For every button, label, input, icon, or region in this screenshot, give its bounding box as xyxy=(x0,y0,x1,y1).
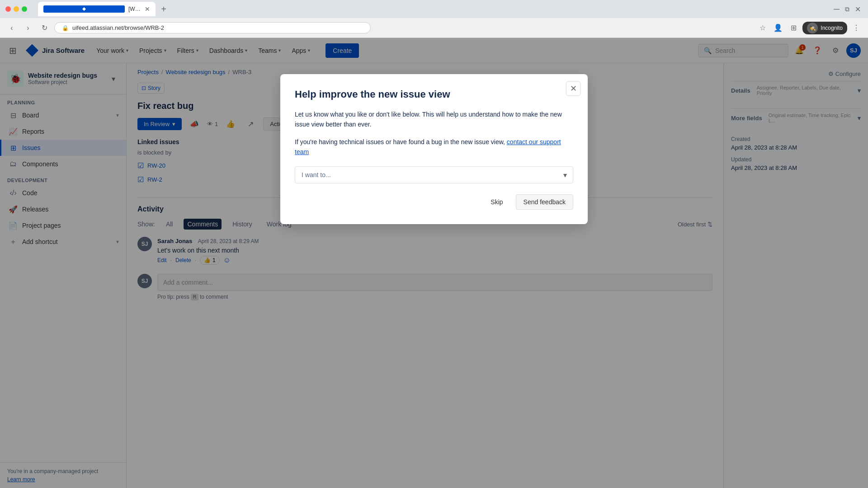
ssl-lock-icon: 🔒 xyxy=(62,25,69,31)
address-text: uifeed.atlassian.net/browse/WRB-2 xyxy=(72,24,164,31)
tab-title: [WRB-2] Fix react bug - Jira xyxy=(128,6,141,12)
browser-forward-btn[interactable]: › xyxy=(22,22,34,34)
window-close-icon[interactable]: ✕ xyxy=(853,3,863,15)
tab-favicon xyxy=(43,5,125,13)
browser-bookmark-icon[interactable]: ☆ xyxy=(756,22,769,34)
incognito-icon: 🕵 xyxy=(807,23,818,33)
feedback-dropdown[interactable]: I want to... xyxy=(295,166,573,183)
close-icon: ✕ xyxy=(570,84,577,94)
new-tab-btn[interactable]: + xyxy=(156,2,171,16)
window-close-btn[interactable] xyxy=(5,6,11,12)
browser-toolbar: ‹ › ↻ 🔒 uifeed.atlassian.net/browse/WRB-… xyxy=(0,18,868,38)
modal-technical-text: If you're having technical issues or hav… xyxy=(295,137,573,157)
skip-button[interactable]: Skip xyxy=(483,194,510,210)
active-tab[interactable]: [WRB-2] Fix react bug - Jira ✕ xyxy=(38,2,156,16)
window-max-btn[interactable] xyxy=(22,6,27,12)
incognito-badge: 🕵 Incognito xyxy=(802,22,847,34)
feedback-modal: ✕ Help improve the new issue view Let us… xyxy=(280,74,588,224)
browser-menu-icon[interactable]: ⋮ xyxy=(850,22,863,34)
window-minimize-icon[interactable]: ─ xyxy=(832,3,841,16)
browser-profile-icon[interactable]: 👤 xyxy=(772,22,784,34)
address-bar[interactable]: 🔒 uifeed.atlassian.net/browse/WRB-2 xyxy=(54,22,371,33)
incognito-label: Incognito xyxy=(821,25,843,31)
window-min-btn[interactable] xyxy=(14,6,19,12)
window-restore-icon[interactable]: ⧉ xyxy=(843,4,851,15)
send-feedback-button[interactable]: Send feedback xyxy=(516,194,573,210)
feedback-dropdown-wrapper: I want to... xyxy=(295,166,573,183)
browser-extensions-icon[interactable]: ⊞ xyxy=(787,22,800,34)
modal-select-row: I want to... xyxy=(295,166,573,183)
browser-tabs: [WRB-2] Fix react bug - Jira ✕ + xyxy=(34,2,828,16)
tab-close-btn[interactable]: ✕ xyxy=(145,5,150,13)
browser-back-btn[interactable]: ‹ xyxy=(5,22,18,34)
browser-titlebar: [WRB-2] Fix react bug - Jira ✕ + ─ ⧉ ✕ xyxy=(0,0,868,18)
browser-toolbar-actions: ☆ 👤 ⊞ 🕵 Incognito ⋮ xyxy=(756,22,863,34)
browser-reload-btn[interactable]: ↻ xyxy=(38,22,51,34)
modal-close-btn[interactable]: ✕ xyxy=(566,81,580,96)
modal-title: Help improve the new issue view xyxy=(295,89,573,100)
modal-body-text: Let us know what you like or don't like … xyxy=(295,109,573,130)
modal-footer: Skip Send feedback xyxy=(295,194,573,210)
modal-overlay: ✕ Help improve the new issue view Let us… xyxy=(0,38,868,488)
